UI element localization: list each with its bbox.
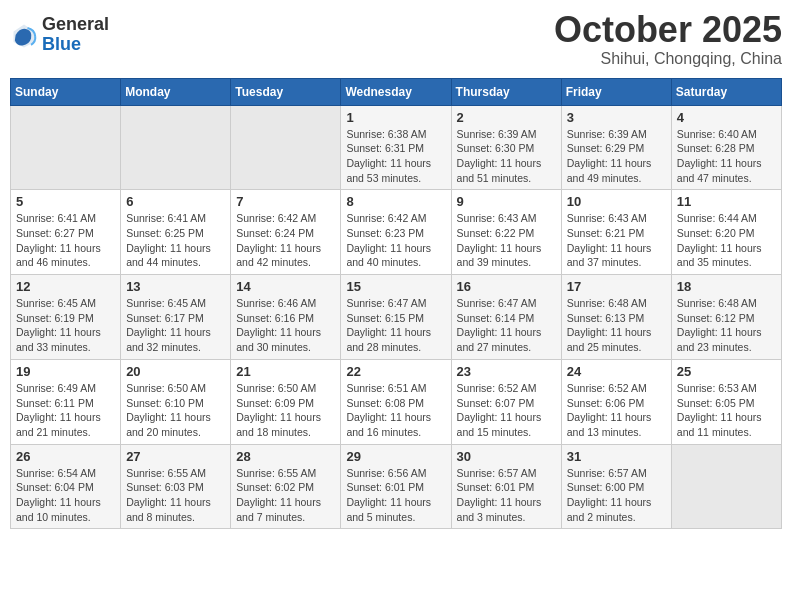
calendar-cell: 12Sunrise: 6:45 AM Sunset: 6:19 PM Dayli… (11, 275, 121, 360)
calendar-body: 1Sunrise: 6:38 AM Sunset: 6:31 PM Daylig… (11, 105, 782, 529)
logo-blue-text: Blue (42, 35, 109, 55)
calendar-week-3: 12Sunrise: 6:45 AM Sunset: 6:19 PM Dayli… (11, 275, 782, 360)
day-detail: Sunrise: 6:48 AM Sunset: 6:12 PM Dayligh… (677, 296, 776, 355)
calendar-cell: 2Sunrise: 6:39 AM Sunset: 6:30 PM Daylig… (451, 105, 561, 190)
day-number: 12 (16, 279, 115, 294)
day-number: 31 (567, 449, 666, 464)
day-detail: Sunrise: 6:43 AM Sunset: 6:21 PM Dayligh… (567, 211, 666, 270)
calendar-cell: 15Sunrise: 6:47 AM Sunset: 6:15 PM Dayli… (341, 275, 451, 360)
day-number: 26 (16, 449, 115, 464)
month-title: October 2025 (554, 10, 782, 50)
calendar-cell: 27Sunrise: 6:55 AM Sunset: 6:03 PM Dayli… (121, 444, 231, 529)
calendar-table: SundayMondayTuesdayWednesdayThursdayFrid… (10, 78, 782, 530)
weekday-header-tuesday: Tuesday (231, 78, 341, 105)
day-number: 23 (457, 364, 556, 379)
day-detail: Sunrise: 6:51 AM Sunset: 6:08 PM Dayligh… (346, 381, 445, 440)
day-detail: Sunrise: 6:45 AM Sunset: 6:17 PM Dayligh… (126, 296, 225, 355)
calendar-cell: 28Sunrise: 6:55 AM Sunset: 6:02 PM Dayli… (231, 444, 341, 529)
day-number: 1 (346, 110, 445, 125)
day-detail: Sunrise: 6:52 AM Sunset: 6:06 PM Dayligh… (567, 381, 666, 440)
calendar-cell: 7Sunrise: 6:42 AM Sunset: 6:24 PM Daylig… (231, 190, 341, 275)
day-number: 28 (236, 449, 335, 464)
day-detail: Sunrise: 6:42 AM Sunset: 6:23 PM Dayligh… (346, 211, 445, 270)
weekday-header-wednesday: Wednesday (341, 78, 451, 105)
calendar-cell: 17Sunrise: 6:48 AM Sunset: 6:13 PM Dayli… (561, 275, 671, 360)
day-number: 14 (236, 279, 335, 294)
location-subtitle: Shihui, Chongqing, China (554, 50, 782, 68)
day-number: 3 (567, 110, 666, 125)
day-detail: Sunrise: 6:39 AM Sunset: 6:29 PM Dayligh… (567, 127, 666, 186)
logo-icon (10, 21, 38, 49)
day-detail: Sunrise: 6:43 AM Sunset: 6:22 PM Dayligh… (457, 211, 556, 270)
calendar-cell (11, 105, 121, 190)
calendar-cell: 20Sunrise: 6:50 AM Sunset: 6:10 PM Dayli… (121, 359, 231, 444)
logo-general-text: General (42, 15, 109, 35)
calendar-cell (231, 105, 341, 190)
day-detail: Sunrise: 6:42 AM Sunset: 6:24 PM Dayligh… (236, 211, 335, 270)
day-number: 8 (346, 194, 445, 209)
day-number: 18 (677, 279, 776, 294)
day-number: 22 (346, 364, 445, 379)
day-detail: Sunrise: 6:46 AM Sunset: 6:16 PM Dayligh… (236, 296, 335, 355)
day-number: 15 (346, 279, 445, 294)
day-detail: Sunrise: 6:41 AM Sunset: 6:25 PM Dayligh… (126, 211, 225, 270)
calendar-cell: 29Sunrise: 6:56 AM Sunset: 6:01 PM Dayli… (341, 444, 451, 529)
day-number: 24 (567, 364, 666, 379)
calendar-cell: 22Sunrise: 6:51 AM Sunset: 6:08 PM Dayli… (341, 359, 451, 444)
day-detail: Sunrise: 6:47 AM Sunset: 6:15 PM Dayligh… (346, 296, 445, 355)
day-number: 13 (126, 279, 225, 294)
calendar-week-5: 26Sunrise: 6:54 AM Sunset: 6:04 PM Dayli… (11, 444, 782, 529)
calendar-cell (121, 105, 231, 190)
calendar-cell: 21Sunrise: 6:50 AM Sunset: 6:09 PM Dayli… (231, 359, 341, 444)
calendar-cell: 16Sunrise: 6:47 AM Sunset: 6:14 PM Dayli… (451, 275, 561, 360)
day-number: 4 (677, 110, 776, 125)
weekday-header-sunday: Sunday (11, 78, 121, 105)
calendar-cell: 13Sunrise: 6:45 AM Sunset: 6:17 PM Dayli… (121, 275, 231, 360)
day-detail: Sunrise: 6:52 AM Sunset: 6:07 PM Dayligh… (457, 381, 556, 440)
day-detail: Sunrise: 6:49 AM Sunset: 6:11 PM Dayligh… (16, 381, 115, 440)
day-number: 2 (457, 110, 556, 125)
weekday-header-friday: Friday (561, 78, 671, 105)
day-number: 25 (677, 364, 776, 379)
day-detail: Sunrise: 6:53 AM Sunset: 6:05 PM Dayligh… (677, 381, 776, 440)
day-detail: Sunrise: 6:57 AM Sunset: 6:01 PM Dayligh… (457, 466, 556, 525)
weekday-header-saturday: Saturday (671, 78, 781, 105)
day-number: 7 (236, 194, 335, 209)
day-number: 9 (457, 194, 556, 209)
weekday-header-thursday: Thursday (451, 78, 561, 105)
calendar-cell: 30Sunrise: 6:57 AM Sunset: 6:01 PM Dayli… (451, 444, 561, 529)
calendar-cell: 9Sunrise: 6:43 AM Sunset: 6:22 PM Daylig… (451, 190, 561, 275)
calendar-cell: 14Sunrise: 6:46 AM Sunset: 6:16 PM Dayli… (231, 275, 341, 360)
calendar-cell: 25Sunrise: 6:53 AM Sunset: 6:05 PM Dayli… (671, 359, 781, 444)
day-detail: Sunrise: 6:38 AM Sunset: 6:31 PM Dayligh… (346, 127, 445, 186)
calendar-week-2: 5Sunrise: 6:41 AM Sunset: 6:27 PM Daylig… (11, 190, 782, 275)
day-number: 29 (346, 449, 445, 464)
calendar-week-1: 1Sunrise: 6:38 AM Sunset: 6:31 PM Daylig… (11, 105, 782, 190)
day-number: 27 (126, 449, 225, 464)
calendar-cell: 18Sunrise: 6:48 AM Sunset: 6:12 PM Dayli… (671, 275, 781, 360)
calendar-cell: 19Sunrise: 6:49 AM Sunset: 6:11 PM Dayli… (11, 359, 121, 444)
calendar-cell: 11Sunrise: 6:44 AM Sunset: 6:20 PM Dayli… (671, 190, 781, 275)
calendar-cell (671, 444, 781, 529)
day-detail: Sunrise: 6:50 AM Sunset: 6:09 PM Dayligh… (236, 381, 335, 440)
calendar-cell: 3Sunrise: 6:39 AM Sunset: 6:29 PM Daylig… (561, 105, 671, 190)
logo-text: General Blue (42, 15, 109, 55)
calendar-cell: 23Sunrise: 6:52 AM Sunset: 6:07 PM Dayli… (451, 359, 561, 444)
day-number: 11 (677, 194, 776, 209)
calendar-cell: 26Sunrise: 6:54 AM Sunset: 6:04 PM Dayli… (11, 444, 121, 529)
day-number: 30 (457, 449, 556, 464)
day-number: 5 (16, 194, 115, 209)
calendar-cell: 6Sunrise: 6:41 AM Sunset: 6:25 PM Daylig… (121, 190, 231, 275)
day-detail: Sunrise: 6:40 AM Sunset: 6:28 PM Dayligh… (677, 127, 776, 186)
day-detail: Sunrise: 6:47 AM Sunset: 6:14 PM Dayligh… (457, 296, 556, 355)
calendar-cell: 4Sunrise: 6:40 AM Sunset: 6:28 PM Daylig… (671, 105, 781, 190)
day-detail: Sunrise: 6:55 AM Sunset: 6:02 PM Dayligh… (236, 466, 335, 525)
calendar-header: SundayMondayTuesdayWednesdayThursdayFrid… (11, 78, 782, 105)
day-detail: Sunrise: 6:48 AM Sunset: 6:13 PM Dayligh… (567, 296, 666, 355)
calendar-cell: 1Sunrise: 6:38 AM Sunset: 6:31 PM Daylig… (341, 105, 451, 190)
day-number: 6 (126, 194, 225, 209)
title-area: October 2025 Shihui, Chongqing, China (554, 10, 782, 68)
day-detail: Sunrise: 6:39 AM Sunset: 6:30 PM Dayligh… (457, 127, 556, 186)
day-detail: Sunrise: 6:57 AM Sunset: 6:00 PM Dayligh… (567, 466, 666, 525)
day-number: 20 (126, 364, 225, 379)
